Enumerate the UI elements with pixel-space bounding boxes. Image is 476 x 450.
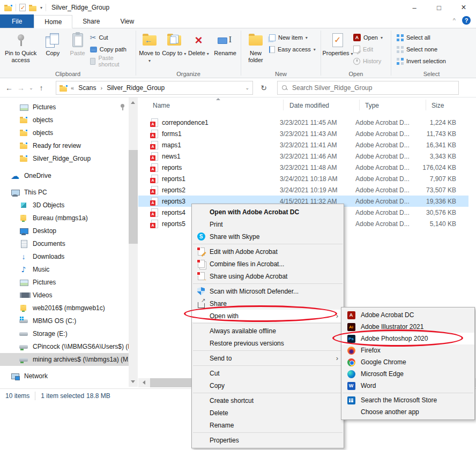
tab-view[interactable]: View xyxy=(110,14,144,28)
paste-shortcut-button[interactable]: Paste shortcut xyxy=(90,56,135,66)
tab-file[interactable]: File xyxy=(0,14,34,28)
address-dropdown-arrow[interactable]: ⌄ xyxy=(245,85,249,91)
file-row-news1[interactable]: news1 3/23/2021 11:46 AM Adobe Acrobat D… xyxy=(138,151,468,162)
recent-locations-arrow[interactable]: ⌄ xyxy=(27,85,35,91)
sidebar-item-desktop[interactable]: Desktop xyxy=(0,224,129,237)
file-row-reports[interactable]: reports 3/23/2021 11:48 AM Adobe Acrobat… xyxy=(138,162,468,173)
column-divider[interactable] xyxy=(426,100,426,110)
sidebar-item-storage-e[interactable]: Storage (E:) xyxy=(0,327,129,340)
column-header-name[interactable]: Name xyxy=(153,102,170,109)
sidebar-item-pictures[interactable]: Pictures xyxy=(0,276,129,289)
select-all-button[interactable]: Select all xyxy=(397,33,446,42)
menu-item-delete[interactable]: Delete xyxy=(192,407,344,419)
new-item-button[interactable]: New item ▾ xyxy=(269,33,316,42)
select-none-button[interactable]: Select none xyxy=(397,44,446,54)
collapse-ribbon-icon[interactable]: ^ xyxy=(453,17,456,24)
menu-item-share-using-adobe-acrobat[interactable]: Share using Adobe Acrobat xyxy=(192,270,344,282)
easy-access-button[interactable]: Easy access ▾ xyxy=(269,44,316,54)
menu-item-edit-with-adobe-acrobat[interactable]: Edit with Adobe Acrobat xyxy=(192,245,344,258)
tab-share[interactable]: Share xyxy=(72,14,110,28)
submenu-item-choose-another-app[interactable]: Choose another app xyxy=(341,406,474,418)
column-divider[interactable] xyxy=(359,100,360,110)
menu-item-copy[interactable]: Copy xyxy=(192,379,344,392)
copy-button[interactable]: Copy xyxy=(40,30,65,57)
up-button[interactable]: ↑ xyxy=(35,84,47,92)
menu-item-print[interactable]: Print xyxy=(192,218,344,230)
file-row-maps1[interactable]: maps1 3/23/2021 11:41 AM Adobe Acrobat D… xyxy=(138,139,468,151)
sidebar-item-this-pc[interactable]: This PC xyxy=(0,186,129,199)
file-row-reports2[interactable]: reports2 3/24/2021 10:19 AM Adobe Acroba… xyxy=(138,184,468,196)
menu-item-restore-previous-versions[interactable]: Restore previous versions xyxy=(192,337,344,349)
scroll-down-icon[interactable] xyxy=(131,380,135,383)
menu-item-open-with[interactable]: Open with › xyxy=(192,310,344,322)
open-button[interactable]: Open ▾ xyxy=(353,33,383,42)
forward-button[interactable]: → xyxy=(15,84,27,92)
menu-item-share-with-skype[interactable]: Share with Skype xyxy=(192,230,344,243)
submenu-item-google-chrome[interactable]: Google Chrome xyxy=(341,356,474,368)
submenu-item-microsoft-edge[interactable]: Microsoft Edge xyxy=(341,368,474,380)
scrollbar-thumb[interactable] xyxy=(129,150,138,244)
sidebar-item-cpincock-h[interactable]: CPincock (\\MBMGS6A\Users$) (H:) xyxy=(0,340,129,353)
edit-button[interactable]: Edit xyxy=(353,44,383,54)
file-row-forms1[interactable]: forms1 3/23/2021 11:43 AM Adobe Acrobat … xyxy=(138,128,468,139)
submenu-item-adobe-photoshop-2020[interactable]: Adobe Photoshop 2020 xyxy=(341,333,474,344)
breadcrumb-overflow-icon[interactable]: « xyxy=(71,85,74,91)
properties-button[interactable]: Properties ▾ xyxy=(322,30,353,57)
folder-qat-icon[interactable] xyxy=(29,4,37,11)
menu-item-cut[interactable]: Cut xyxy=(192,367,344,379)
menu-item-create-shortcut[interactable]: Create shortcut xyxy=(192,394,344,407)
invert-selection-button[interactable]: Invert selection xyxy=(397,56,446,66)
new-folder-qat-icon[interactable] xyxy=(4,4,12,11)
sidebar-item-silver-ridge-group[interactable]: Silver_Ridge_Group xyxy=(0,152,129,165)
file-row-reports1[interactable]: reports1 3/24/2021 10:18 AM Adobe Acroba… xyxy=(138,173,468,184)
submenu-item-firefox[interactable]: Firefox xyxy=(341,344,474,356)
pin-to-quick-access-button[interactable]: Pin to Quick access xyxy=(1,30,40,64)
paste-button[interactable]: Paste xyxy=(65,30,90,57)
properties-qat-icon[interactable] xyxy=(19,4,26,11)
sidebar-item-videos[interactable]: Videos xyxy=(0,289,129,302)
copy-to-button[interactable]: Copy to ▾ xyxy=(162,30,187,57)
history-button[interactable]: History xyxy=(353,56,383,66)
cut-button[interactable]: ✂ Cut xyxy=(90,33,135,42)
submenu-item-word[interactable]: Word xyxy=(341,380,474,392)
file-row-correpondence1[interactable]: correpondence1 3/23/2021 11:45 AM Adobe … xyxy=(138,117,468,128)
qat-customize-arrow[interactable]: ▾ xyxy=(40,5,42,10)
scroll-up-icon[interactable] xyxy=(131,101,135,104)
sidebar-item-bureau[interactable]: Bureau (mbmgs1a) xyxy=(0,212,129,224)
column-header-date-modified[interactable]: Date modified xyxy=(289,102,329,109)
sidebar-item-mbmg-os-c[interactable]: MBMG OS (C:) xyxy=(0,314,129,327)
submenu-item-adobe-acrobat-dc[interactable]: Adobe Acrobat DC xyxy=(341,309,474,321)
sidebar-item-onedrive[interactable]: ☁ OneDrive xyxy=(0,169,129,182)
submenu-item-adobe-illustrator-2021[interactable]: Adobe Illustrator 2021 xyxy=(341,321,474,333)
column-divider[interactable] xyxy=(283,100,284,110)
sidebar-item-network[interactable]: Network xyxy=(0,370,129,382)
menu-item-combine-files-in-acrobat[interactable]: Combine files in Acrobat... xyxy=(192,258,344,270)
address-bar[interactable]: « Scans › Silver_Ridge_Group ⌄ xyxy=(56,81,253,95)
close-button[interactable]: × xyxy=(451,0,476,15)
minimize-button[interactable]: – xyxy=(402,0,427,15)
help-icon[interactable]: ? xyxy=(462,16,471,25)
menu-item-scan-with-microsoft-defender[interactable]: Scan with Microsoft Defender... xyxy=(192,285,344,297)
sidebar-scrollbar[interactable] xyxy=(129,98,138,387)
new-folder-button[interactable]: New folder xyxy=(242,30,269,64)
scroll-left-icon[interactable] xyxy=(143,380,145,385)
sidebar-item-web2016[interactable]: web2016$ (mbmgweb1c) xyxy=(0,302,129,314)
rename-button[interactable]: Rename xyxy=(211,30,240,57)
sidebar-item-mining-archives-m[interactable]: mining archives$ (\\mbmgs1a) (M:) xyxy=(0,353,129,366)
copy-path-button[interactable]: … Copy path xyxy=(90,44,135,54)
menu-item-properties[interactable]: Properties xyxy=(192,434,344,446)
sidebar-item-downloads[interactable]: ↓ Downloads xyxy=(0,250,129,263)
menu-item-share[interactable]: Share xyxy=(192,297,344,310)
back-button[interactable]: ← xyxy=(3,84,15,92)
sidebar-item-objects-2[interactable]: objects xyxy=(0,126,129,139)
move-to-button[interactable]: Move to ▾ xyxy=(137,30,162,64)
delete-button[interactable]: × Delete ▾ xyxy=(187,30,211,57)
refresh-button[interactable]: ↻ xyxy=(256,81,271,95)
sidebar-item-objects-1[interactable]: objects xyxy=(0,114,129,126)
submenu-item-search-the-microsoft-store[interactable]: Search the Microsoft Store xyxy=(341,394,474,406)
sidebar-item-documents[interactable]: Documents xyxy=(0,237,129,250)
menu-item-always-available-offline[interactable]: Always available offline xyxy=(192,325,344,337)
sidebar-item-ready-for-review[interactable]: Ready for review xyxy=(0,139,129,152)
breadcrumb-current-folder[interactable]: Silver_Ridge_Group xyxy=(107,84,165,92)
tab-home[interactable]: Home xyxy=(34,15,72,28)
